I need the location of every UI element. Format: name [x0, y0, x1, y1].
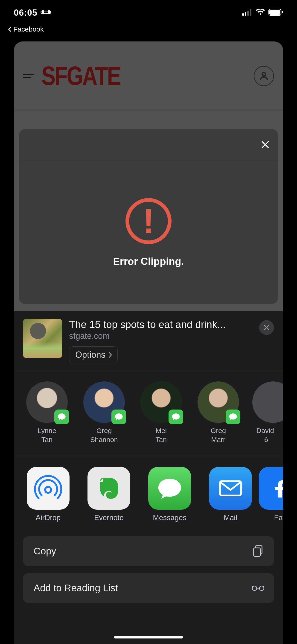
site-logo[interactable]: SFGATE [42, 61, 120, 91]
share-apps-row[interactable]: AirDrop Evernote Messages Mail [14, 456, 283, 530]
svg-point-10 [262, 72, 266, 76]
alert-icon: ! [126, 198, 172, 244]
messages-badge-icon [54, 410, 69, 424]
svg-rect-8 [269, 10, 280, 15]
app-label: AirDrop [36, 514, 60, 522]
focus-sleep-icon [40, 9, 51, 16]
share-sheet: The 15 top spots to eat and drink... sfg… [14, 311, 283, 644]
status-time: 06:05 [14, 8, 37, 18]
svg-rect-3 [242, 13, 244, 16]
facebook-icon [259, 467, 283, 510]
share-app-messages[interactable]: Messages [148, 467, 191, 522]
messages-badge-icon [168, 410, 183, 424]
airdrop-icon [27, 467, 70, 510]
reading-list-icon [252, 581, 265, 595]
action-copy[interactable]: Copy [23, 536, 274, 566]
share-header: The 15 top spots to eat and drink... sfg… [14, 311, 283, 369]
share-app-evernote[interactable]: Evernote [88, 467, 130, 522]
back-to-app-label: Facebook [13, 25, 44, 33]
share-thumbnail [23, 319, 62, 358]
share-contacts-row[interactable]: Lynne Tan Greg Shannon Mei Tan [14, 372, 283, 453]
app-label: Messages [153, 514, 186, 522]
svg-rect-2 [48, 10, 50, 14]
share-contact[interactable]: Greg Shannon [81, 382, 127, 444]
share-contact[interactable]: Lynne Tan [24, 382, 70, 444]
app-viewport: SFGATE ! Error Clipping. The 15 top spot… [14, 42, 283, 644]
svg-rect-6 [250, 9, 252, 16]
share-app-airdrop[interactable]: AirDrop [27, 467, 70, 522]
home-indicator[interactable] [114, 636, 183, 638]
messages-icon [148, 467, 191, 510]
svg-point-11 [45, 487, 51, 493]
app-label: Mail [224, 514, 237, 522]
status-right [242, 9, 283, 16]
site-header: SFGATE [14, 42, 283, 110]
status-bar: 06:05 [0, 0, 297, 25]
back-to-app-button[interactable]: Facebook [7, 25, 44, 33]
messages-badge-icon [112, 410, 126, 424]
contact-name: Mei Tan [156, 426, 167, 444]
share-app-mail[interactable]: Mail [209, 467, 252, 522]
copy-icon [252, 544, 265, 558]
avatar [252, 382, 283, 423]
action-reading-list[interactable]: Add to Reading List [23, 573, 274, 603]
hamburger-menu-button[interactable] [23, 70, 34, 82]
dismiss-share-button[interactable] [259, 320, 274, 335]
svg-rect-14 [254, 548, 260, 556]
share-contact[interactable]: Greg Marr [195, 382, 241, 444]
chevron-right-icon [108, 352, 113, 358]
share-options-label: Options [75, 350, 106, 360]
contact-name: David, 6 [252, 426, 280, 444]
svg-rect-1 [42, 10, 44, 14]
share-contact[interactable]: Mei Tan [138, 382, 184, 444]
mail-icon [209, 467, 252, 510]
wifi-icon [256, 9, 265, 16]
action-label: Copy [34, 546, 56, 557]
profile-button[interactable] [254, 66, 274, 86]
battery-icon [268, 9, 283, 16]
share-title: The 15 top spots to eat and drink... [69, 319, 274, 330]
contact-name: Lynne Tan [38, 426, 56, 444]
share-actions-list: Copy Add to Reading List [14, 530, 283, 603]
share-options-button[interactable]: Options [69, 346, 118, 363]
action-label: Add to Reading List [34, 582, 118, 594]
svg-rect-9 [282, 11, 283, 13]
share-app-facebook[interactable]: Fac [270, 467, 283, 522]
share-contact[interactable]: David, 6 [252, 382, 280, 444]
close-button[interactable] [260, 140, 270, 150]
share-domain: sfgate.com [69, 331, 274, 341]
error-message: Error Clipping. [113, 256, 184, 267]
evernote-icon [88, 467, 130, 510]
svg-rect-5 [247, 10, 249, 16]
status-left: 06:05 [14, 8, 51, 18]
contact-name: Greg Marr [211, 426, 226, 444]
clipping-error-card: ! Error Clipping. [19, 129, 278, 304]
svg-rect-4 [245, 12, 246, 16]
cellular-signal-icon [242, 9, 252, 16]
app-label: Evernote [94, 514, 124, 522]
messages-badge-icon [226, 410, 240, 424]
app-label: Fac [270, 514, 283, 522]
contact-name: Greg Shannon [90, 426, 118, 444]
